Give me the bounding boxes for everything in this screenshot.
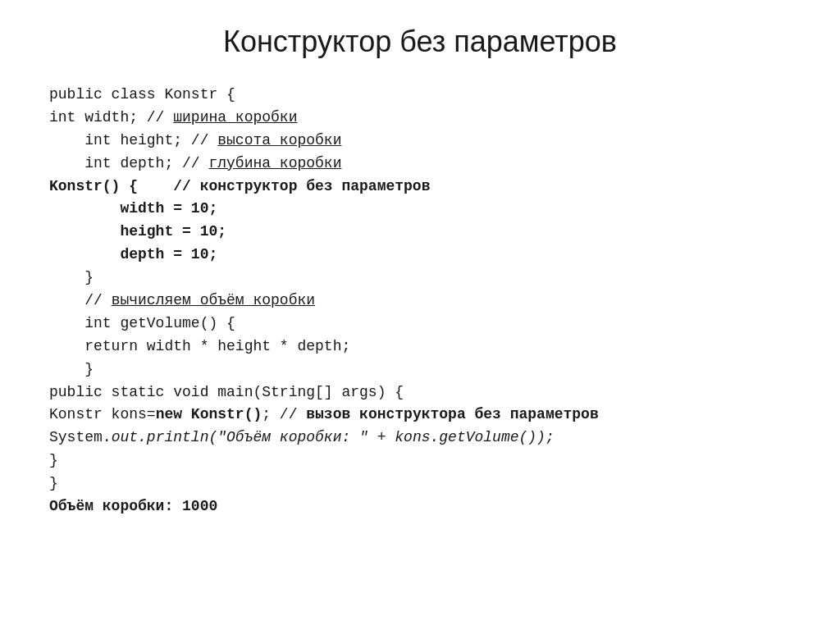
depth-assign: depth = 10; — [49, 246, 217, 262]
code-block: public class Konstr { int width; // шири… — [49, 84, 791, 518]
code-line-15: Konstr kons=new Konstr(); // вызов конст… — [49, 404, 791, 427]
code-line-12: return width * height * depth; — [49, 336, 791, 358]
code-line-14: public static void main(String[] args) { — [49, 381, 791, 404]
code-line-6: width = 10; — [49, 198, 791, 221]
page-title: Конструктор без параметров — [49, 25, 791, 59]
output-result: Объём коробки: 1000 — [49, 498, 217, 514]
code-line-13: } — [49, 358, 791, 381]
code-line-16: System.out.println("Объём коробки: " + k… — [49, 427, 791, 450]
height-assign: height = 10; — [49, 223, 226, 240]
println-italic: out.println("Объём коробки: " + kons.get… — [112, 429, 555, 445]
konstr-bold: Konstr() { // конструктор без параметров — [49, 178, 430, 194]
code-line-9: } — [49, 267, 791, 290]
code-line-8: depth = 10; — [49, 244, 791, 267]
underline-width: ширина коробки — [173, 109, 297, 126]
code-line-5: Konstr() { // конструктор без параметров — [49, 176, 791, 199]
underline-volume: вычисляем объём коробки — [112, 292, 315, 308]
code-line-3: int height; // высота коробки — [49, 130, 791, 153]
code-line-4: int depth; // глубина коробки — [49, 153, 791, 176]
code-line-10: // вычисляем объём коробки — [49, 290, 791, 313]
code-line-17: } — [49, 450, 791, 472]
new-konstr-bold: new Konstr() — [156, 406, 262, 422]
width-assign: width = 10; — [49, 200, 217, 217]
code-line-19: Объём коробки: 1000 — [49, 495, 791, 518]
underline-height: высота коробки — [217, 132, 341, 148]
comment-no-params: вызов конструктора без параметров — [306, 406, 598, 422]
code-line-2: int width; // ширина коробки — [49, 107, 791, 130]
code-line-1: public class Konstr { — [49, 84, 791, 107]
code-line-7: height = 10; — [49, 221, 791, 244]
code-line-18: } — [49, 472, 791, 495]
code-line-11: int getVolume() { — [49, 313, 791, 336]
underline-depth: глубина коробки — [208, 155, 341, 171]
